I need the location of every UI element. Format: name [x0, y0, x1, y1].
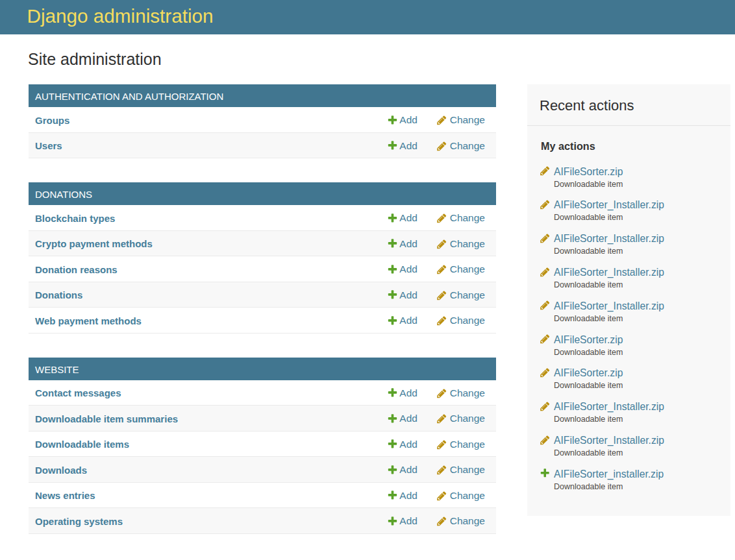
- change-label: Change: [436, 114, 485, 126]
- recent-action-type: Downloadable item: [554, 178, 730, 190]
- recent-action-type: Downloadable item: [554, 413, 730, 425]
- change-link[interactable]: Change: [436, 406, 485, 431]
- add-link[interactable]: Add: [388, 406, 417, 431]
- add-link[interactable]: Add: [388, 308, 417, 333]
- model-row: Web payment methodsAddChange: [29, 308, 496, 334]
- add-link[interactable]: Add: [388, 432, 417, 457]
- model-row: GroupsAddChange: [29, 107, 496, 133]
- module-caption[interactable]: DONATIONS: [29, 182, 496, 205]
- change-link[interactable]: Change: [436, 133, 485, 158]
- change-link[interactable]: Change: [436, 457, 485, 482]
- model-link[interactable]: Web payment methods: [35, 308, 142, 334]
- add-link[interactable]: Add: [388, 380, 417, 406]
- recent-action-item: AIFileSorter_Installer.zipDownloadable i…: [527, 433, 730, 459]
- site-title[interactable]: Django administration: [27, 6, 214, 26]
- add-label: Add: [388, 212, 417, 224]
- add-link[interactable]: Add: [388, 256, 417, 282]
- add-label: Add: [388, 439, 417, 450]
- model-link[interactable]: Donation reasons: [35, 257, 118, 282]
- recent-action-item: AIFileSorter_Installer.zipDownloadable i…: [527, 198, 730, 223]
- change-link[interactable]: Change: [436, 231, 485, 256]
- pencil-icon: [540, 165, 551, 177]
- model-link[interactable]: Contact messages: [35, 381, 121, 406]
- model-row: Donation reasonsAddChange: [29, 256, 496, 282]
- change-label: Change: [436, 140, 485, 152]
- module-caption[interactable]: WEBSITE: [29, 358, 496, 380]
- add-label: Add: [388, 464, 417, 476]
- add-link[interactable]: Add: [388, 282, 417, 308]
- model-link[interactable]: Downloads: [35, 457, 87, 483]
- add-link[interactable]: Add: [388, 231, 417, 256]
- model-link[interactable]: Blockchain types: [35, 206, 115, 231]
- recent-action-link[interactable]: AIFileSorter_Installer.zip: [554, 433, 730, 447]
- recent-action-type: Downloadable item: [554, 313, 730, 324]
- app-module: DONATIONSBlockchain typesAddChangeCrypto…: [29, 182, 496, 334]
- recent-action-link[interactable]: AIFileSorter_Installer.zip: [554, 232, 730, 245]
- add-label: Add: [388, 413, 417, 424]
- recent-action-link[interactable]: AIFileSorter.zip: [554, 333, 730, 347]
- recent-action-item: AIFileSorter.zipDownloadable item: [527, 333, 730, 358]
- add-link[interactable]: Add: [388, 457, 417, 482]
- change-link[interactable]: Change: [436, 508, 485, 533]
- model-link[interactable]: Downloadable items: [35, 432, 129, 457]
- page-title: Site administration: [28, 51, 162, 67]
- recent-action-link[interactable]: AIFileSorter_Installer.zip: [554, 198, 730, 212]
- change-label: Change: [436, 387, 485, 399]
- recent-action-item: AIFileSorter_Installer.zipDownloadable i…: [527, 400, 730, 425]
- model-link[interactable]: News entries: [35, 483, 95, 509]
- model-row: Contact messagesAddChange: [29, 380, 496, 406]
- change-label: Change: [436, 413, 485, 424]
- pencil-icon: [540, 199, 551, 210]
- recent-action-type: Downloadable item: [554, 347, 730, 358]
- model-link[interactable]: Crypto payment methods: [35, 232, 153, 257]
- model-link[interactable]: Groups: [35, 108, 69, 133]
- recent-action-link[interactable]: AIFileSorter.zip: [554, 366, 730, 380]
- model-link[interactable]: Users: [35, 134, 62, 159]
- add-link[interactable]: Add: [388, 133, 417, 158]
- change-link[interactable]: Change: [436, 308, 485, 333]
- add-link[interactable]: Add: [388, 205, 417, 230]
- pencil-icon: [540, 401, 551, 412]
- app-module: WEBSITEContact messagesAddChangeDownload…: [29, 358, 496, 534]
- my-actions-title: My actions: [541, 141, 595, 152]
- model-link[interactable]: Operating systems: [35, 509, 123, 534]
- recent-action-link[interactable]: AIFileSorter.zip: [554, 165, 730, 178]
- change-link[interactable]: Change: [436, 380, 485, 406]
- add-label: Add: [388, 289, 417, 301]
- model-row: Downloadable item summariesAddChange: [29, 406, 496, 432]
- recent-action-type: Downloadable item: [554, 245, 730, 257]
- change-label: Change: [436, 212, 485, 224]
- change-link[interactable]: Change: [436, 282, 485, 308]
- change-label: Change: [436, 515, 485, 527]
- module-caption[interactable]: AUTHENTICATION AND AUTHORIZATION: [29, 84, 496, 107]
- add-link[interactable]: Add: [388, 483, 417, 508]
- change-label: Change: [436, 464, 485, 476]
- pencil-icon: [540, 367, 551, 378]
- add-label: Add: [388, 315, 417, 326]
- change-label: Change: [436, 289, 485, 301]
- recent-action-link[interactable]: AIFileSorter_installer.zip: [554, 467, 730, 481]
- change-link[interactable]: Change: [436, 483, 485, 508]
- model-row: News entriesAddChange: [29, 483, 496, 509]
- add-link[interactable]: Add: [388, 107, 417, 132]
- change-link[interactable]: Change: [436, 432, 485, 457]
- app-modules: AUTHENTICATION AND AUTHORIZATIONGroupsAd…: [29, 84, 496, 558]
- add-label: Add: [388, 490, 417, 502]
- recent-action-link[interactable]: AIFileSorter_Installer.zip: [554, 299, 730, 313]
- model-row: DonationsAddChange: [29, 282, 496, 308]
- add-label: Add: [388, 114, 417, 126]
- model-row: DownloadsAddChange: [29, 457, 496, 483]
- recent-actions-list: AIFileSorter.zipDownloadable itemAIFileS…: [527, 165, 730, 501]
- recent-action-link[interactable]: AIFileSorter_Installer.zip: [554, 265, 730, 279]
- add-link[interactable]: Add: [388, 508, 417, 533]
- model-link[interactable]: Downloadable item summaries: [35, 406, 178, 432]
- change-link[interactable]: Change: [436, 256, 485, 282]
- recent-action-link[interactable]: AIFileSorter_Installer.zip: [554, 400, 730, 413]
- change-link[interactable]: Change: [436, 107, 485, 132]
- change-link[interactable]: Change: [436, 205, 485, 230]
- recent-action-item: AIFileSorter_installer.zipDownloadable i…: [527, 467, 730, 493]
- recent-action-item: AIFileSorter.zipDownloadable item: [527, 165, 730, 190]
- recent-action-item: AIFileSorter.zipDownloadable item: [527, 366, 730, 391]
- model-link[interactable]: Donations: [35, 283, 82, 308]
- add-label: Add: [388, 140, 417, 152]
